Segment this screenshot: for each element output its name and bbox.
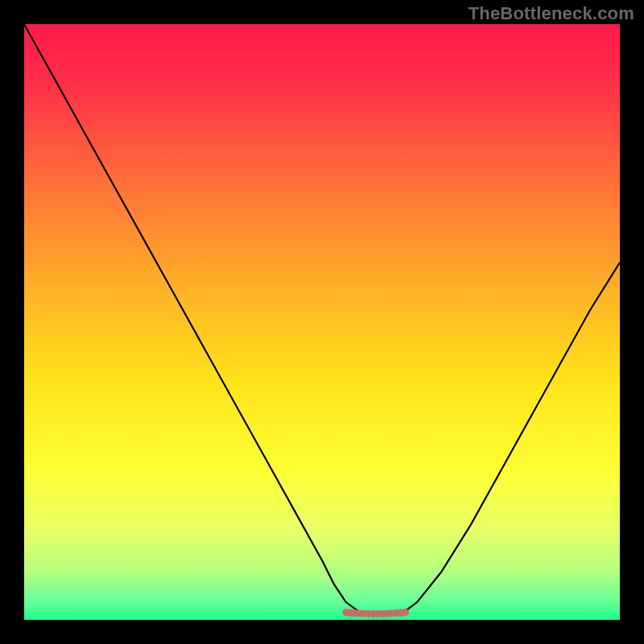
chart-frame: TheBottleneck.com <box>0 0 644 644</box>
optimal-marker-dot <box>402 609 409 616</box>
plot-area <box>24 24 620 620</box>
curve-layer <box>24 24 620 620</box>
optimal-range-markers <box>342 609 409 617</box>
watermark-text: TheBottleneck.com <box>469 3 634 24</box>
bottleneck-curve <box>24 24 620 614</box>
